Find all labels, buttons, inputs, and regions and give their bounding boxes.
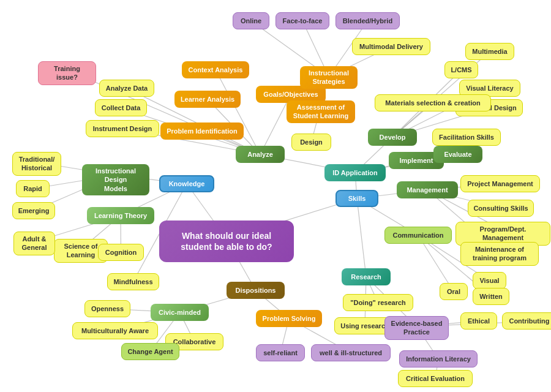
node-oral[interactable]: Oral: [440, 283, 468, 300]
node-knowledge[interactable]: Knowledge: [159, 175, 214, 192]
node-mindfulness[interactable]: Mindfulness: [107, 273, 159, 290]
node-problem_solving[interactable]: Problem Solving: [256, 310, 322, 327]
node-well_ill[interactable]: well & ill-structured: [311, 344, 391, 361]
node-multimodal[interactable]: Multimodal Delivery: [352, 38, 430, 55]
node-face_to_face[interactable]: Face-to-face: [276, 12, 329, 29]
node-visual_comm[interactable]: Visual: [473, 272, 506, 289]
node-multimedia[interactable]: Multimedia: [465, 43, 514, 60]
node-project_mgmt[interactable]: Project Management: [460, 175, 540, 192]
node-skills[interactable]: Skills: [335, 190, 378, 207]
node-traditional[interactable]: Traditional/ Historical: [12, 152, 61, 176]
node-consulting[interactable]: Consulting Skills: [468, 200, 534, 217]
node-research[interactable]: Research: [342, 268, 391, 285]
node-maintenance[interactable]: Maintenance of training program: [460, 242, 539, 266]
node-evaluate[interactable]: Evaluate: [433, 146, 482, 163]
node-analyze_data[interactable]: Analyze Data: [99, 80, 154, 97]
node-learning_theory[interactable]: Learning Theory: [87, 207, 154, 224]
node-info_literacy[interactable]: Information Literacy: [399, 350, 478, 368]
node-assessment[interactable]: Assessment of Student Learning: [287, 100, 355, 123]
node-collect_data[interactable]: Collect Data: [95, 99, 147, 116]
node-learner_analysis[interactable]: Learner Analysis: [174, 91, 241, 108]
mindmap-canvas: What should our ideal student be able to…: [0, 0, 551, 392]
node-facil_skills[interactable]: Facilitation Skills: [432, 129, 501, 146]
svg-line-15: [357, 198, 366, 277]
node-context_analysis[interactable]: Context Analysis: [182, 61, 249, 78]
svg-line-20: [216, 70, 260, 154]
node-analyze[interactable]: Analyze: [236, 146, 285, 163]
node-evidence[interactable]: Evidence-based Practice: [384, 316, 449, 340]
node-ethical[interactable]: Ethical: [460, 312, 497, 330]
node-cognition[interactable]: Cognition: [98, 244, 144, 261]
node-doing_research[interactable]: "Doing" research: [343, 294, 413, 311]
node-materials[interactable]: Materials selection & creation: [375, 94, 491, 111]
node-inst_design_models[interactable]: Instructional Design Models: [82, 164, 149, 195]
node-develop[interactable]: Develop: [368, 129, 417, 146]
node-openness[interactable]: Openness: [84, 300, 130, 317]
node-inst_strategies[interactable]: Instructional Strategies: [300, 66, 358, 89]
node-main[interactable]: What should our ideal student be able to…: [159, 221, 294, 262]
node-blended[interactable]: Blended/Hybrid: [335, 12, 400, 29]
node-self_reliant[interactable]: self-reliant: [256, 344, 305, 361]
node-rapid[interactable]: Rapid: [16, 180, 50, 197]
node-multicult[interactable]: Multiculturally Aware: [72, 322, 158, 339]
node-design[interactable]: Design: [291, 134, 331, 151]
node-management[interactable]: Management: [397, 181, 458, 198]
node-communication[interactable]: Communication: [384, 227, 452, 244]
node-contributing[interactable]: Contributing to field: [502, 312, 551, 330]
node-written[interactable]: Written: [473, 288, 509, 305]
node-adult_general[interactable]: Adult & General: [13, 232, 55, 255]
node-emerging[interactable]: Emerging: [12, 202, 55, 219]
node-lcms[interactable]: L/CMS: [444, 61, 478, 78]
node-online[interactable]: Online: [233, 12, 269, 29]
node-dispositions[interactable]: Dispositions: [227, 282, 285, 299]
node-id_application[interactable]: ID Application: [324, 164, 386, 181]
node-critical_eval[interactable]: Critical Evaluation: [398, 370, 473, 387]
node-change_agent[interactable]: Change Agent: [121, 343, 179, 360]
node-problem_id[interactable]: Problem Identification: [160, 123, 244, 140]
node-instrument[interactable]: Instrument Design: [86, 120, 159, 137]
node-civic_minded[interactable]: Civic-minded: [151, 304, 209, 321]
node-training_issue[interactable]: Training issue?: [38, 61, 96, 85]
